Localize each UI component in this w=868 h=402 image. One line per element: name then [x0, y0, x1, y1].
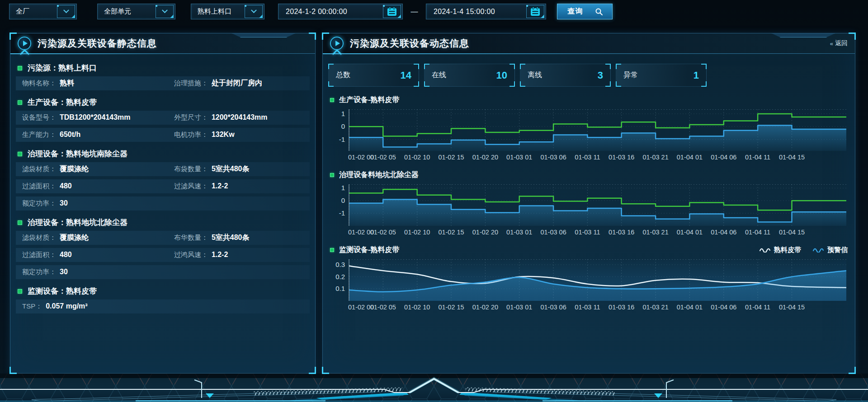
stat-card: 异常1: [616, 64, 707, 87]
device-stats-row: 总数14在线10离线3异常1: [323, 54, 855, 87]
select-unit-dropdown-button[interactable]: [156, 5, 174, 18]
chart-block: 监测设备-熟料皮带熟料皮带预警信0.30.20.101-02 0001-02 0…: [330, 244, 848, 312]
svg-text:01-02 10: 01-02 10: [404, 154, 430, 161]
chevron-down-icon: [63, 7, 69, 13]
detail-row: 过滤面积：480过滤风速：1.2-2: [16, 179, 310, 193]
section-header: 治理设备：熟料地坑北除尘器: [16, 214, 310, 231]
green-square-icon: [330, 98, 334, 102]
detail-value: 1.2-2: [212, 251, 228, 259]
legend-item[interactable]: 熟料皮带: [760, 246, 801, 254]
detail-label: 过滤风速：: [174, 182, 208, 191]
date-from-calendar-button[interactable]: [383, 5, 401, 18]
chart-legend: 熟料皮带预警信: [760, 246, 848, 254]
svg-text:01-04 06: 01-04 06: [711, 229, 736, 236]
select-plant-dropdown-button[interactable]: [57, 5, 75, 18]
date-from-value: 2024-1-2 00:00:00: [278, 8, 383, 16]
detail-cell: 过滤面积：480: [22, 182, 174, 191]
select-plant[interactable]: 全厂: [9, 4, 77, 19]
detail-cell: 布华数量：5室共480条: [174, 233, 303, 243]
dynamic-info-panel-title: 污染源及关联设备动态信息: [350, 37, 469, 50]
detail-cell: 电机功率：132Kw: [174, 131, 303, 139]
header-notch-decoration: [772, 33, 835, 37]
svg-text:01-04 15: 01-04 15: [779, 229, 805, 236]
detail-label: 额定功率：: [22, 268, 56, 276]
detail-value: 覆膜涤纶: [60, 164, 89, 174]
detail-label: 布袋数量：: [174, 165, 208, 173]
svg-text:-1: -1: [339, 136, 345, 143]
svg-text:01-03 01: 01-03 01: [506, 304, 532, 311]
detail-value: 熟料: [60, 79, 74, 88]
svg-text:01-02 05: 01-02 05: [370, 229, 396, 236]
detail-label: 过滤面积：: [22, 182, 56, 191]
date-to-picker[interactable]: 2024-1-4 15:00:00: [426, 4, 546, 19]
panel-corner: [309, 367, 316, 374]
panel-corner: [322, 33, 329, 40]
stat-value: 14: [401, 70, 411, 81]
detail-cell: 布袋数量：5室共480条: [174, 164, 303, 174]
query-button[interactable]: 查询: [557, 4, 613, 19]
date-from-picker[interactable]: 2024-1-2 00:00:00: [278, 4, 403, 19]
svg-text:01-02 05: 01-02 05: [370, 304, 396, 311]
search-icon: [595, 8, 603, 16]
select-source[interactable]: 熟料上料口: [191, 4, 264, 19]
svg-text:01-02 05: 01-02 05: [370, 154, 396, 161]
svg-text:01-03 11: 01-03 11: [575, 304, 600, 311]
svg-text:01-04 11: 01-04 11: [745, 304, 770, 311]
stat-card-corner: [605, 81, 611, 87]
detail-cell: 额定功率：30: [22, 199, 174, 208]
static-info-panel-title: 污染源及关联设备静态信息: [38, 37, 157, 50]
chevron-down-icon: [251, 7, 257, 13]
svg-text:01-04 15: 01-04 15: [779, 154, 805, 161]
svg-text:01-02 10: 01-02 10: [404, 304, 430, 311]
select-source-dropdown-button[interactable]: [245, 5, 263, 18]
stat-card-corner: [616, 64, 621, 69]
date-to-calendar-button[interactable]: [526, 5, 544, 18]
detail-cell: 滤袋材质：覆膜涤纶: [22, 233, 174, 243]
detail-label: 额定功率：: [22, 199, 56, 208]
section-title: 生产设备：熟料皮带: [28, 97, 97, 108]
detail-row: 生产能力：650t/h电机功率：132Kw: [16, 128, 310, 142]
static-info-panel: 污染源及关联设备静态信息 污染源：熟料上料口物料名称：熟料治理措施：处于封闭厂房…: [10, 33, 316, 374]
detail-cell: 设备型号：TDB1200*204143mm: [22, 113, 174, 122]
chart-plot: 10-101-02 0001-02 0501-02 1001-02 1501-0…: [330, 183, 848, 237]
detail-value: 5室共480条: [212, 233, 250, 243]
detail-cell: 外型尺寸：1200*204143mm: [174, 113, 303, 122]
svg-text:01-02 20: 01-02 20: [472, 154, 498, 161]
legend-item[interactable]: 预警信: [813, 246, 848, 254]
panel-corner: [9, 367, 17, 374]
panel-corner: [849, 367, 856, 374]
svg-text:01-03 21: 01-03 21: [642, 229, 668, 236]
detail-value: 覆膜涤纶: [60, 233, 89, 243]
chart-title-row: 治理设备料地坑北除尘器: [330, 169, 848, 181]
chevron-down-icon: [162, 7, 168, 13]
stat-card-corner: [509, 64, 515, 69]
detail-cell: TSP：0.057 mg/m³: [22, 302, 174, 311]
section-title: 监测设备：熟料皮带: [28, 286, 97, 296]
detail-label: 设备型号：: [22, 113, 56, 122]
detail-value: 480: [60, 182, 72, 190]
panel-corner: [309, 33, 316, 40]
green-square-icon: [18, 220, 22, 225]
panel-corner: [322, 367, 329, 374]
svg-text:01-04 06: 01-04 06: [711, 304, 736, 311]
static-info-panel-header: 污染源及关联设备静态信息: [10, 33, 315, 54]
detail-row: 滤袋材质：覆膜涤纶布袋数量：5室共480条: [16, 162, 310, 176]
chart-title-row: 监测设备-熟料皮带熟料皮带预警信: [330, 244, 848, 256]
svg-text:01-03 06: 01-03 06: [540, 304, 566, 311]
chart-title: 监测设备-熟料皮带: [339, 245, 399, 255]
detail-value: 30: [60, 199, 68, 207]
svg-text:01-04 11: 01-04 11: [745, 229, 770, 236]
legend-label: 熟料皮带: [774, 246, 801, 254]
section-header: 生产设备：熟料皮带: [16, 93, 310, 111]
select-unit[interactable]: 全部单元: [97, 4, 175, 19]
detail-label: 外型尺寸：: [174, 113, 208, 122]
detail-value: 1.2-2: [212, 182, 228, 190]
detail-value: 650t/h: [60, 131, 80, 139]
chart-plot: 10-101-02 0001-02 0501-02 1001-02 1501-0…: [330, 108, 848, 162]
stat-label: 在线: [432, 70, 446, 80]
back-button[interactable]: « 返回: [830, 39, 848, 47]
stat-value: 1: [693, 70, 699, 81]
detail-row: 额定功率：30: [16, 196, 310, 210]
panel-corner: [849, 33, 856, 40]
wave-line-icon: [760, 247, 770, 252]
